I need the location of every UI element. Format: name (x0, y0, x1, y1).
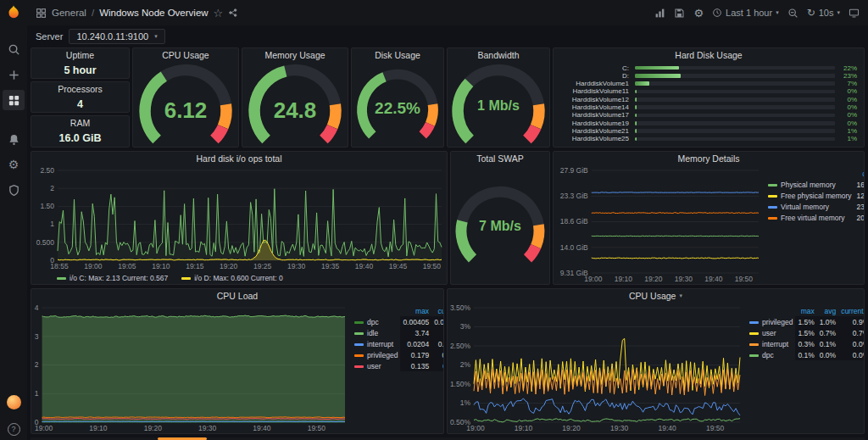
svg-text:4: 4 (35, 304, 39, 312)
usage-bar[interactable] (635, 97, 835, 102)
disk-usage-row: D:23% (560, 72, 857, 79)
legend-row[interactable]: privileged1.5%1.0%0.9% (747, 316, 864, 327)
dashboard-grid-icon[interactable] (36, 8, 47, 19)
chart-legend: maxcurrentdpc0.004050.00278idle3.743.72i… (350, 303, 443, 433)
panel-title[interactable]: Total SWAP (451, 152, 549, 165)
clock-icon (712, 8, 722, 18)
legend-row[interactable]: Free physical memory12.0 GiB (765, 190, 864, 201)
series-color-marker (354, 365, 364, 368)
legend-row[interactable]: user0.1350.115 (352, 360, 443, 371)
panel-title[interactable]: Memory Details (554, 152, 864, 165)
legend-column-max[interactable]: max (400, 305, 431, 316)
breadcrumb-section[interactable]: General (52, 8, 86, 18)
legend-column-current[interactable]: current ▾ (838, 305, 864, 316)
usage-percent: 0% (835, 120, 857, 127)
legend-column-max[interactable]: max (795, 305, 816, 316)
time-range-picker[interactable]: Last 1 hour ▾ (712, 8, 779, 18)
panel-title[interactable]: Uptime (31, 48, 129, 62)
legend-item[interactable]: i/o D: Max: 0.600 Current: 0 (181, 274, 282, 282)
usage-bar[interactable] (635, 66, 835, 70)
legend-row[interactable]: dpc0.004050.00278 (352, 316, 443, 327)
add-panel-icon[interactable] (654, 8, 665, 19)
panel-title[interactable]: CPU Load (31, 289, 443, 303)
share-icon[interactable] (228, 8, 238, 18)
svg-text:19:00: 19:00 (584, 275, 603, 283)
panel-title[interactable]: Hard Disk Usage (554, 48, 864, 62)
legend-item[interactable]: i/o C: Max: 2.13 Current: 0.567 (57, 274, 168, 282)
usage-bar[interactable] (635, 74, 835, 78)
alerting-bell-icon[interactable] (3, 129, 25, 149)
panel-title[interactable]: Disk Usage (352, 48, 443, 62)
legend-row[interactable]: Physical memory16.0 GiB (765, 179, 864, 190)
svg-text:19:10: 19:10 (152, 262, 170, 270)
total-swap-gauge: 7 Mb/s (451, 165, 549, 284)
cpu-usage-chart[interactable]: 0.50%1%1.50%2%2.50%3%3.50%19:0019:1019:2… (448, 303, 745, 433)
legend-row[interactable]: Free virtual memory20.2 GiB (765, 212, 864, 223)
usage-bar[interactable] (635, 90, 835, 94)
breadcrumb-separator: / (92, 8, 94, 18)
legend-row[interactable]: Virtual memory23.9 GiB (765, 201, 864, 212)
disk-usage-row: HarddiskVolume110% (560, 88, 857, 95)
search-icon[interactable] (3, 39, 25, 59)
legend-header: maxavgcurrent ▾ (747, 305, 864, 316)
panel-title[interactable]: Bandwidth (448, 48, 549, 62)
create-plus-icon[interactable] (3, 64, 25, 85)
usage-bar[interactable] (635, 129, 835, 133)
usage-bar[interactable] (635, 121, 835, 125)
legend-row[interactable]: idle3.743.72 (352, 327, 443, 338)
dashboards-grid-icon[interactable] (3, 90, 25, 110)
stat-value: 4 (31, 96, 129, 112)
cpu-load-chart[interactable]: 0123419:0019:1019:2019:3019:4019:50 (31, 303, 350, 433)
series-color-marker (768, 195, 777, 198)
grafana-logo-icon[interactable] (4, 4, 23, 23)
svg-text:19:45: 19:45 (389, 262, 408, 270)
svg-text:14.0 GiB: 14.0 GiB (560, 243, 588, 252)
dashboard-title[interactable]: Windows Node Overview (99, 8, 208, 18)
usage-bar[interactable] (635, 137, 835, 142)
usage-bar[interactable] (635, 81, 835, 86)
save-dashboard-icon[interactable] (674, 8, 685, 19)
panel-title[interactable]: Hard disk i/o ops total (31, 152, 447, 165)
help-icon[interactable]: ? (3, 417, 25, 437)
gauge-value: 6.12 (133, 99, 238, 121)
refresh-picker[interactable]: ↻ 10s ▾ (807, 7, 840, 19)
usage-bar[interactable] (635, 105, 835, 109)
hard-disk-io-chart[interactable]: 00.50011.5022.5018:5519:0019:0519:1019:1… (31, 165, 447, 271)
usage-bar[interactable] (635, 114, 835, 118)
legend-row[interactable]: user1.5%0.7%0.7% (747, 327, 864, 338)
svg-text:19:35: 19:35 (321, 262, 340, 270)
chart-legend: maxavgcurrent ▾privileged1.5%1.0%0.9%use… (745, 303, 864, 433)
disk-usage-row: HarddiskVolume140% (560, 104, 857, 111)
refresh-icon: ↻ (807, 7, 815, 19)
svg-text:0.500: 0.500 (36, 238, 55, 247)
legend-row[interactable]: interrupt0.3%0.1%0.0% (747, 338, 864, 349)
svg-text:19:40: 19:40 (658, 424, 676, 432)
svg-text:19:30: 19:30 (287, 262, 306, 270)
panel-uptime: Uptime 5 hour (31, 47, 130, 79)
panel-title[interactable]: CPU Usage (133, 48, 238, 62)
legend-row[interactable]: privileged0.1790.160 (352, 349, 443, 360)
top-nav: General / Windows Node Overview ☆ ⚙ Last… (27, 0, 868, 25)
svg-text:18.6 GiB: 18.6 GiB (560, 217, 588, 226)
panel-title[interactable]: CPU Usage▾ (448, 289, 864, 303)
svg-text:19:30: 19:30 (610, 424, 629, 432)
panel-title[interactable]: Memory Usage (242, 48, 348, 62)
server-variable-dropdown[interactable]: 10.240.0.11:9100 ▾ (69, 29, 164, 44)
cycle-display-monitor-icon[interactable] (849, 8, 860, 19)
legend-column-current[interactable]: current (431, 305, 443, 316)
configuration-gear-icon[interactable]: ⚙ (3, 154, 25, 175)
panel-title[interactable]: Processors (31, 82, 129, 96)
server-admin-shield-icon[interactable] (3, 180, 25, 200)
svg-text:19:20: 19:20 (144, 424, 163, 432)
legend-column-avg[interactable]: avg (817, 305, 838, 316)
legend-row[interactable]: interrupt0.02040.0140 (352, 338, 443, 349)
legend-column-current[interactable]: current (854, 168, 864, 179)
memory-details-chart[interactable]: 9.31 GiB14.0 GiB18.6 GiB23.3 GiB27.9 GiB… (554, 165, 764, 284)
disk-usage-row: HarddiskVolume251% (560, 136, 857, 142)
dashboard-settings-gear-icon[interactable]: ⚙ (693, 7, 704, 19)
legend-row[interactable]: dpc0.1%0.0%0.0% (747, 349, 864, 360)
zoom-out-icon[interactable] (787, 8, 798, 19)
user-avatar[interactable] (3, 392, 25, 412)
panel-title[interactable]: RAM (31, 116, 129, 130)
favorite-star-icon[interactable]: ☆ (214, 7, 224, 19)
